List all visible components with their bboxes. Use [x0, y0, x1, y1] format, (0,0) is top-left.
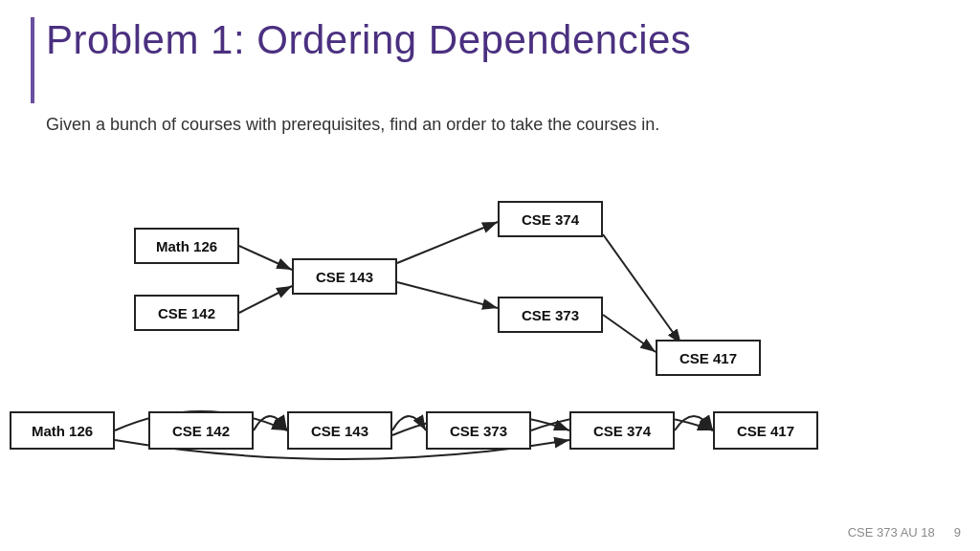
footer: CSE 373 AU 18 9 [848, 525, 961, 540]
node-cse142-top: CSE 142 [134, 295, 239, 331]
footer-page: 9 [954, 525, 961, 540]
title-border [31, 17, 34, 103]
svg-line-7 [603, 315, 656, 352]
slide: Problem 1: Ordering Dependencies Given a… [0, 0, 980, 551]
node-cse143-top: CSE 143 [292, 258, 397, 295]
svg-line-5 [397, 282, 498, 308]
svg-line-2 [239, 246, 292, 270]
node-cse417-bot: CSE 417 [713, 411, 818, 450]
footer-course: CSE 373 AU 18 [848, 525, 935, 540]
node-cse374-bot: CSE 374 [569, 411, 675, 450]
node-cse373-top: CSE 373 [498, 297, 603, 333]
svg-line-3 [239, 286, 292, 313]
node-math126-top: Math 126 [134, 228, 239, 264]
svg-line-6 [603, 234, 681, 344]
node-cse143-bot: CSE 143 [287, 411, 392, 450]
slide-subtitle: Given a bunch of courses with prerequisi… [46, 115, 659, 135]
node-cse373-bot: CSE 373 [426, 411, 531, 450]
node-math126-bot: Math 126 [10, 411, 115, 450]
svg-line-4 [397, 222, 498, 263]
diagram: Math 126 CSE 142 CSE 143 CSE 374 CSE 373… [0, 143, 980, 507]
node-cse374-top: CSE 374 [498, 201, 603, 237]
slide-title: Problem 1: Ordering Dependencies [46, 17, 691, 63]
node-cse417-top: CSE 417 [656, 340, 761, 376]
node-cse142-bot: CSE 142 [148, 411, 254, 450]
